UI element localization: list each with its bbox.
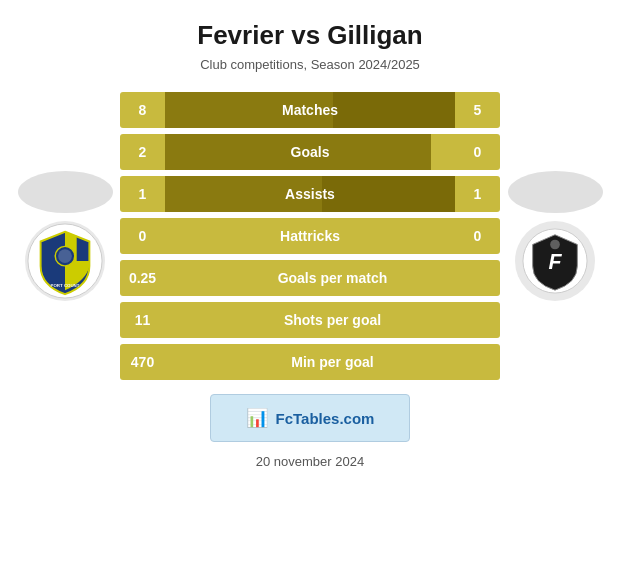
stat-row-assists: 1 Assists 1	[120, 176, 500, 212]
stat-row-hattricks: 0 Hattricks 0	[120, 218, 500, 254]
matches-left-val: 8	[120, 102, 165, 118]
footer-date: 20 november 2024	[256, 454, 364, 469]
goals-right-val: 0	[455, 144, 500, 160]
assists-left-val: 1	[120, 186, 165, 202]
left-logo-pill	[18, 171, 113, 213]
svg-text:F: F	[548, 250, 562, 274]
right-logo-pill	[508, 171, 603, 213]
goals-per-match-left-val: 0.25	[120, 270, 165, 286]
svg-point-2	[58, 249, 72, 263]
stats-container: 8 Matches 5 2 Goals 0 1 Assists 1 0 Hatt…	[120, 92, 500, 380]
right-club-emblem: F	[515, 221, 595, 301]
page-title: Fevrier vs Gilligan	[197, 20, 422, 51]
stat-row-goals: 2 Goals 0	[120, 134, 500, 170]
hattricks-right-val: 0	[455, 228, 500, 244]
right-club-logo: F	[500, 171, 610, 301]
main-content: PORT COUNT 8 Matches 5 2 Goals 0 1 Assis…	[10, 92, 610, 380]
left-club-emblem: PORT COUNT	[25, 221, 105, 301]
watermark-icon: 📊	[246, 407, 268, 429]
svg-text:PORT COUNT: PORT COUNT	[51, 283, 80, 288]
min-per-goal-label: Min per goal	[165, 354, 500, 370]
left-club-logo: PORT COUNT	[10, 171, 120, 301]
goals-per-match-label: Goals per match	[165, 270, 500, 286]
stat-row-shots-per-goal: 11 Shots per goal	[120, 302, 500, 338]
shots-per-goal-label: Shots per goal	[165, 312, 500, 328]
matches-right-val: 5	[455, 102, 500, 118]
stat-row-goals-per-match: 0.25 Goals per match	[120, 260, 500, 296]
hattricks-left-val: 0	[120, 228, 165, 244]
stat-row-min-per-goal: 470 Min per goal	[120, 344, 500, 380]
watermark-text: FcTables.com	[276, 410, 375, 427]
hattricks-label: Hattricks	[165, 228, 455, 244]
shots-per-goal-left-val: 11	[120, 312, 165, 328]
min-per-goal-left-val: 470	[120, 354, 165, 370]
svg-point-6	[550, 240, 560, 250]
watermark[interactable]: 📊 FcTables.com	[210, 394, 410, 442]
goals-label: Goals	[165, 144, 455, 160]
assists-right-val: 1	[455, 186, 500, 202]
subtitle: Club competitions, Season 2024/2025	[200, 57, 420, 72]
stat-row-matches: 8 Matches 5	[120, 92, 500, 128]
goals-left-val: 2	[120, 144, 165, 160]
matches-label: Matches	[165, 102, 455, 118]
assists-label: Assists	[165, 186, 455, 202]
